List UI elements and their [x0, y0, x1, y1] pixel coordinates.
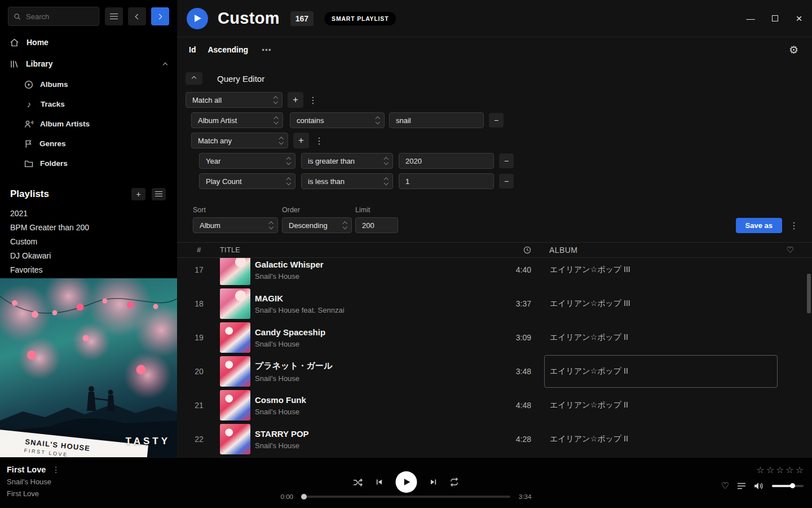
track-album-cell[interactable]: エイリアン☆ポップ II: [544, 423, 778, 456]
group-menu-button[interactable]: ⋮: [308, 95, 316, 106]
star-icon[interactable]: ☆: [785, 465, 793, 475]
sort-more-button[interactable]: ⋯: [262, 44, 271, 56]
rule-value-input[interactable]: [399, 153, 494, 169]
track-album-cell[interactable]: エイリアン☆ポップ III: [544, 287, 778, 320]
volume-slider[interactable]: [772, 485, 804, 487]
playlist-item[interactable]: 2021: [0, 206, 177, 220]
sidebar-item-album-artists[interactable]: Album Artists: [0, 114, 177, 134]
query-collapse-button[interactable]: [186, 72, 202, 85]
table-row[interactable]: 21 Cosmo Funk Snail's House 4:48 エイリアン☆ポ…: [177, 388, 812, 422]
track-artist[interactable]: Snail's House: [255, 441, 497, 450]
add-subrule-button[interactable]: +: [293, 133, 309, 148]
album-art-thumb[interactable]: [220, 356, 250, 387]
scrollbar-thumb[interactable]: [807, 274, 811, 313]
star-icon[interactable]: ☆: [756, 465, 764, 475]
album-art-thumb[interactable]: [220, 322, 250, 353]
table-row[interactable]: 19 Candy Spaceship Snail's House 3:09 エイ…: [177, 321, 812, 354]
track-artist[interactable]: Snail's House: [255, 408, 497, 416]
column-album[interactable]: ALBUM: [544, 246, 778, 255]
star-icon[interactable]: ☆: [776, 465, 784, 475]
now-playing-cover[interactable]: SNAIL'S HOUSE FIRST LOVE TASTY: [0, 278, 177, 457]
remove-rule-button[interactable]: −: [489, 113, 504, 128]
column-duration[interactable]: [497, 246, 531, 254]
volume-button[interactable]: [754, 482, 764, 490]
sort-select[interactable]: Album: [193, 217, 278, 233]
sort-field-button[interactable]: Id: [189, 45, 196, 54]
nav-back-button[interactable]: [128, 7, 146, 25]
seek-bar[interactable]: [302, 496, 510, 498]
remove-rule-button[interactable]: −: [499, 174, 514, 189]
playlist-item[interactable]: Favorites: [0, 262, 177, 277]
play-playlist-button[interactable]: [187, 8, 208, 29]
volume-handle[interactable]: [790, 483, 795, 488]
rule-value-input[interactable]: [389, 112, 484, 128]
match-select[interactable]: Match all: [186, 92, 283, 108]
menu-button[interactable]: [105, 7, 123, 25]
rule-operator-select[interactable]: contains: [290, 112, 385, 128]
now-playing-title[interactable]: First Love: [7, 465, 46, 474]
search-box[interactable]: [8, 7, 99, 26]
track-album-cell[interactable]: エイリアン☆ポップ III: [544, 258, 778, 286]
sidebar-item-genres[interactable]: Genres: [0, 134, 177, 154]
track-artist[interactable]: Snail's House: [255, 340, 497, 348]
table-row[interactable]: 18 MAGIK Snail's House feat. Sennzai 3:3…: [177, 287, 812, 321]
shuffle-button[interactable]: [354, 478, 363, 487]
subgroup-match-select[interactable]: Match any: [191, 133, 288, 148]
track-title[interactable]: STARRY POP: [255, 429, 497, 439]
rule-field-select[interactable]: Play Count: [199, 173, 295, 189]
now-playing-album[interactable]: First Love: [7, 489, 60, 498]
column-title[interactable]: TITLE: [213, 246, 497, 254]
repeat-button[interactable]: [450, 478, 459, 487]
rule-field-select[interactable]: Album Artist: [191, 112, 283, 128]
favorite-button[interactable]: ♡: [721, 480, 729, 491]
table-row[interactable]: 17 Galactic Whisper Snail's House 4:40 エ…: [177, 258, 812, 287]
album-art-thumb[interactable]: [220, 390, 250, 421]
now-playing-artist[interactable]: Snail's House: [7, 478, 60, 486]
track-title[interactable]: Cosmo Funk: [255, 395, 497, 405]
track-album-cell[interactable]: エイリアン☆ポップ II: [544, 355, 778, 388]
star-icon[interactable]: ☆: [796, 465, 804, 475]
rule-operator-select[interactable]: is greater than: [301, 153, 393, 169]
order-select[interactable]: Descending: [282, 217, 352, 233]
library-collapse-button[interactable]: [164, 59, 167, 68]
close-button[interactable]: ×: [795, 12, 804, 25]
rule-operator-select[interactable]: is less than: [301, 173, 393, 189]
album-art-thumb[interactable]: [220, 258, 250, 285]
track-title[interactable]: Candy Spaceship: [255, 327, 497, 337]
previous-button[interactable]: [376, 478, 383, 486]
track-title[interactable]: Galactic Whisper: [255, 260, 497, 269]
sidebar-item-library[interactable]: Library: [0, 53, 177, 75]
next-button[interactable]: [430, 478, 438, 486]
maximize-button[interactable]: [770, 15, 779, 21]
settings-gear-button[interactable]: ⚙: [789, 43, 798, 56]
track-artist[interactable]: Snail's House: [255, 272, 497, 281]
subgroup-menu-button[interactable]: ⋮: [315, 135, 323, 146]
seek-handle[interactable]: [301, 494, 307, 500]
rule-field-select[interactable]: Year: [199, 153, 295, 169]
sidebar-item-albums[interactable]: Albums: [0, 75, 177, 94]
album-art-thumb[interactable]: [220, 424, 250, 454]
track-artist[interactable]: Snail's House feat. Sennzai: [255, 306, 497, 314]
track-album-cell[interactable]: エイリアン☆ポップ II: [544, 321, 778, 354]
track-artist[interactable]: Snail's House: [255, 374, 497, 383]
track-title[interactable]: MAGIK: [255, 294, 497, 303]
sidebar-item-home[interactable]: Home: [0, 32, 177, 53]
column-favorite[interactable]: ♡: [778, 245, 803, 255]
table-row[interactable]: 20 プラネット・ガール Snail's House 3:48 エイリアン☆ポッ…: [177, 354, 812, 388]
sidebar-item-folders[interactable]: Folders: [0, 154, 177, 173]
sort-direction-button[interactable]: Ascending: [208, 45, 248, 54]
playlist-item[interactable]: DJ Okawari: [0, 248, 177, 262]
table-row[interactable]: 22 STARRY POP Snail's House 4:28 エイリアン☆ポ…: [177, 422, 812, 456]
playlist-menu-button[interactable]: [152, 188, 166, 200]
sidebar-item-tracks[interactable]: ♪ Tracks: [0, 94, 177, 114]
queue-button[interactable]: [737, 483, 746, 489]
track-title[interactable]: プラネット・ガール: [255, 361, 497, 371]
track-menu-button[interactable]: ⋮: [52, 465, 60, 474]
nav-forward-button[interactable]: [151, 7, 169, 25]
rule-value-input[interactable]: [399, 173, 494, 189]
limit-input[interactable]: [355, 217, 398, 233]
minimize-button[interactable]: —: [746, 14, 755, 23]
playlist-item[interactable]: BPM Greater than 200: [0, 220, 177, 234]
album-art-thumb[interactable]: [220, 288, 250, 319]
column-number[interactable]: #: [185, 246, 213, 254]
